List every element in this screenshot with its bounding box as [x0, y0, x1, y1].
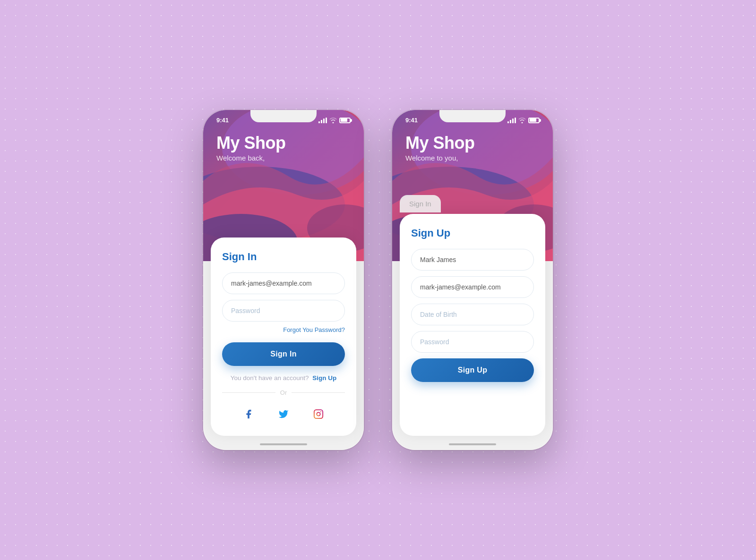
phone2-title-area: My Shop Welcome to you,: [392, 124, 553, 162]
status-icons-1: [318, 118, 351, 123]
wifi-icon-1: [329, 118, 337, 123]
signup-row: You don't have an account? Sign Up: [222, 374, 345, 382]
facebook-button[interactable]: [238, 404, 259, 424]
svg-point-7: [320, 411, 321, 412]
social-row: [222, 404, 345, 424]
phone2-app-title: My Shop: [405, 133, 540, 153]
signup-email-input[interactable]: [411, 276, 534, 298]
home-indicator-1: [260, 443, 307, 445]
signin-button[interactable]: Sign In: [222, 342, 345, 366]
no-account-text: You don't have an account?: [231, 374, 309, 382]
signal-icon-2: [507, 118, 516, 123]
name-input[interactable]: [411, 249, 534, 271]
phone1-app-subtitle: Welcome back,: [216, 154, 351, 162]
forgot-password-link[interactable]: Forgot You Password?: [283, 326, 345, 333]
instagram-button[interactable]: [308, 404, 329, 424]
notch: [250, 110, 317, 122]
home-indicator-2: [449, 443, 496, 445]
wifi-icon-2: [518, 118, 526, 123]
signup-button[interactable]: Sign Up: [411, 358, 534, 382]
forgot-link-container: Forgot You Password?: [222, 325, 345, 334]
phone1-title-area: My Shop Welcome back,: [203, 124, 364, 162]
signup-link[interactable]: Sign Up: [312, 374, 336, 382]
signal-icon-1: [318, 118, 327, 123]
signup-title: Sign Up: [411, 227, 534, 239]
or-divider: Or: [222, 389, 345, 396]
signin-tab[interactable]: Sign In: [400, 195, 441, 212]
battery-icon-1: [339, 118, 351, 123]
email-input[interactable]: [222, 272, 345, 294]
signin-card: Sign In Forgot You Password? Sign In You…: [211, 238, 356, 436]
time-2: 9:41: [405, 117, 418, 124]
svg-point-6: [317, 412, 320, 416]
status-icons-2: [507, 118, 540, 123]
time-1: 9:41: [216, 117, 229, 124]
twitter-button[interactable]: [273, 404, 294, 424]
or-text: Or: [280, 389, 287, 396]
phone2-app-subtitle: Welcome to you,: [405, 154, 540, 162]
phone-signin: 9:41 My Shop Welcome back,: [203, 110, 364, 450]
signup-password-input[interactable]: [411, 331, 534, 353]
signup-card: Sign In Sign Up Sign Up: [400, 214, 545, 436]
phone1-app-title: My Shop: [216, 133, 351, 153]
battery-icon-2: [528, 118, 540, 123]
signin-title: Sign In: [222, 251, 345, 263]
svg-rect-5: [314, 410, 323, 418]
notch-2: [439, 110, 506, 122]
password-input[interactable]: [222, 300, 345, 322]
dob-input[interactable]: [411, 304, 534, 325]
phones-container: 9:41 My Shop Welcome back,: [203, 110, 553, 450]
phone-signup: 9:41 My Shop Welcome to you,: [392, 110, 553, 450]
